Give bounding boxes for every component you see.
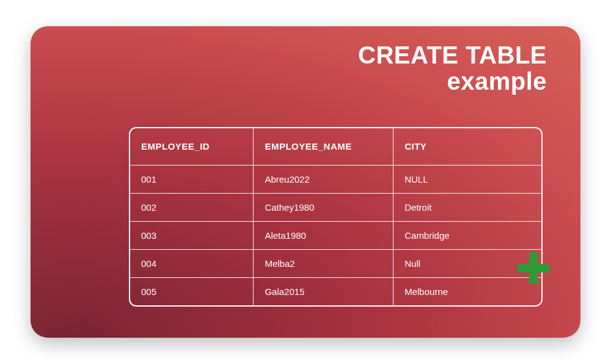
page-title: CREATE TABLE example (358, 42, 547, 95)
table-row: 003Aleta1980Cambridge (130, 221, 541, 249)
table-cell: Aleta1980 (254, 221, 393, 249)
table-cell: Gala2015 (254, 277, 393, 305)
card-container: CREATE TABLE example EMPLOYEE_ID EMPLOYE… (31, 26, 580, 338)
title-line-2: example (358, 68, 547, 95)
table-row: 002Cathey1980Detroit (130, 193, 541, 221)
col-header-city: CITY (393, 128, 541, 165)
table-row: 001Abreu2022NULL (130, 165, 541, 193)
table-cell: 004 (130, 249, 254, 277)
table-cell: Melba2 (254, 249, 393, 277)
table-cell: Abreu2022 (254, 165, 393, 193)
col-header-employee-id: EMPLOYEE_ID (130, 128, 254, 165)
table-cell: Cathey1980 (254, 193, 393, 221)
col-header-employee-name: EMPLOYEE_NAME (254, 128, 393, 165)
employee-table: EMPLOYEE_ID EMPLOYEE_NAME CITY 001Abreu2… (130, 128, 541, 305)
plus-icon (516, 250, 551, 286)
table-header-row: EMPLOYEE_ID EMPLOYEE_NAME CITY (130, 128, 541, 165)
table-cell: 001 (130, 165, 254, 193)
svg-rect-1 (518, 264, 549, 272)
table-cell: 005 (130, 277, 254, 305)
table-row: 004Melba2Null (130, 249, 541, 277)
table-row: 005Gala2015Melbourne (130, 277, 541, 305)
table-cell: NULL (393, 165, 541, 193)
table-cell: 002 (130, 193, 254, 221)
employee-table-wrap: EMPLOYEE_ID EMPLOYEE_NAME CITY 001Abreu2… (129, 127, 543, 307)
title-line-1: CREATE TABLE (358, 42, 547, 68)
table-cell: Detroit (393, 193, 541, 221)
table-body: 001Abreu2022NULL002Cathey1980Detroit003A… (130, 165, 541, 305)
table-cell: Cambridge (393, 221, 541, 249)
table-cell: 003 (130, 221, 254, 249)
